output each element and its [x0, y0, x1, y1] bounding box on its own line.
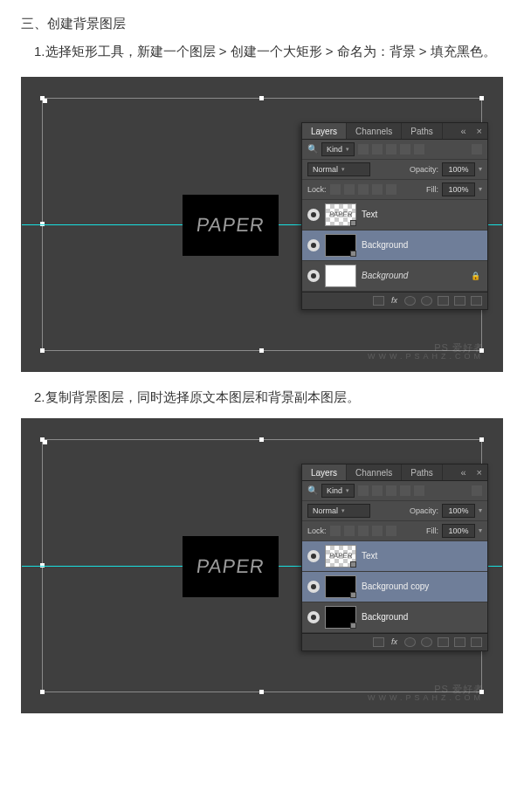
lock-position-icon[interactable]	[358, 184, 369, 195]
filter-adjust-icon[interactable]	[372, 485, 383, 496]
visibility-eye-icon[interactable]	[307, 581, 320, 593]
filter-toggle-icon[interactable]	[472, 485, 482, 496]
filter-type-icon[interactable]	[386, 485, 396, 496]
panel-footer: fx	[302, 292, 487, 309]
watermark: PS 爱好者 WWW.PSAHZ.COM	[368, 684, 484, 703]
group-icon[interactable]	[438, 296, 449, 306]
layer-name[interactable]: Text	[362, 551, 377, 561]
lock-artboard-icon[interactable]	[372, 184, 383, 195]
fill-value[interactable]: 100%	[442, 524, 475, 538]
tab-layers[interactable]: Layers	[302, 123, 347, 139]
search-icon[interactable]: 🔍	[307, 485, 318, 495]
layer-thumbnail	[325, 606, 356, 629]
filter-type-icon[interactable]	[386, 144, 396, 155]
layer-name[interactable]: Background	[362, 612, 408, 622]
panel-close-icon[interactable]: ×	[472, 467, 487, 478]
group-icon[interactable]	[438, 637, 449, 647]
blend-mode-select[interactable]: Normal▾	[307, 162, 370, 176]
link-layers-icon[interactable]	[373, 637, 384, 647]
filter-shape-icon[interactable]	[400, 485, 410, 496]
panel-close-icon[interactable]: ×	[472, 126, 487, 136]
layers-panel: Layers Channels Paths « × 🔍 Kind▾ Normal…	[301, 464, 488, 651]
opacity-value[interactable]: 100%	[442, 162, 475, 176]
opacity-value[interactable]: 100%	[442, 504, 475, 518]
panel-collapse-icon[interactable]: «	[455, 126, 471, 136]
tab-channels[interactable]: Channels	[347, 123, 402, 139]
watermark: PS 爱好者 WWW.PSAHZ.COM	[368, 342, 484, 361]
filter-toggle-icon[interactable]	[472, 144, 482, 155]
step-2-text: 2.复制背景图层，同时选择原文本图层和背景副本图层。	[21, 389, 503, 406]
layer-row[interactable]: Background 🔒	[302, 261, 487, 292]
filter-smart-icon[interactable]	[414, 144, 424, 155]
fx-icon[interactable]: fx	[390, 637, 399, 646]
layer-name[interactable]: Background	[362, 240, 408, 250]
trash-icon[interactable]	[471, 637, 482, 647]
screenshot-1: PAPER Layers Channels Paths « × 🔍 Kind▾	[21, 77, 503, 372]
lock-all-icon[interactable]	[386, 526, 396, 536]
filter-pixel-icon[interactable]	[358, 485, 369, 496]
lock-transparency-icon[interactable]	[330, 526, 341, 536]
lock-all-icon[interactable]	[386, 184, 396, 195]
filter-pixel-icon[interactable]	[358, 144, 369, 155]
layer-name[interactable]: Background copy	[362, 581, 429, 591]
visibility-eye-icon[interactable]	[307, 270, 320, 282]
panel-tabs: Layers Channels Paths « ×	[302, 123, 487, 140]
selection-box: PAPER Layers Channels Paths « × 🔍 Kind▾	[42, 98, 482, 351]
layer-row[interactable]: Background	[302, 602, 487, 633]
search-icon[interactable]: 🔍	[307, 144, 318, 154]
layer-thumbnail	[325, 234, 356, 257]
paper-text: PAPER	[195, 214, 266, 237]
paper-card: PAPER	[183, 195, 279, 256]
mask-icon[interactable]	[404, 296, 416, 306]
visibility-eye-icon[interactable]	[307, 239, 320, 251]
adjustment-icon[interactable]	[421, 637, 432, 647]
kind-select[interactable]: Kind▾	[321, 142, 355, 156]
visibility-eye-icon[interactable]	[307, 209, 320, 221]
lock-icon: 🔒	[471, 272, 480, 280]
selection-box: PAPER Layers Channels Paths « × 🔍 Kind▾	[42, 439, 482, 692]
tab-paths[interactable]: Paths	[402, 464, 443, 480]
visibility-eye-icon[interactable]	[307, 611, 320, 623]
tab-layers[interactable]: Layers	[302, 464, 347, 480]
trash-icon[interactable]	[471, 296, 482, 306]
kind-select[interactable]: Kind▾	[321, 484, 355, 498]
link-layers-icon[interactable]	[373, 296, 384, 306]
tab-channels[interactable]: Channels	[347, 464, 402, 480]
section-heading: 三、创建背景图层	[21, 16, 503, 32]
layer-thumbnail: PAPER	[325, 545, 356, 568]
lock-position-icon[interactable]	[358, 526, 369, 536]
layer-thumbnail: PAPER	[325, 203, 356, 226]
lock-pixels-icon[interactable]	[344, 184, 355, 195]
lock-artboard-icon[interactable]	[372, 526, 383, 536]
fill-value[interactable]: 100%	[442, 182, 475, 196]
mask-icon[interactable]	[404, 637, 416, 647]
filter-adjust-icon[interactable]	[372, 144, 383, 155]
layer-name[interactable]: Text	[362, 210, 377, 219]
lock-pixels-icon[interactable]	[344, 526, 355, 536]
tab-paths[interactable]: Paths	[402, 123, 443, 139]
lock-transparency-icon[interactable]	[330, 184, 341, 195]
lock-label: Lock:	[307, 185, 327, 194]
layer-row[interactable]: Background	[302, 231, 487, 261]
fx-icon[interactable]: fx	[390, 296, 399, 305]
layers-panel: Layers Channels Paths « × 🔍 Kind▾ Normal…	[301, 122, 488, 310]
layer-row[interactable]: PAPER Text	[302, 200, 487, 231]
layer-row[interactable]: Background copy	[302, 572, 487, 602]
panel-footer: fx	[302, 633, 487, 650]
layer-name[interactable]: Background	[362, 271, 408, 280]
filter-smart-icon[interactable]	[414, 485, 424, 496]
screenshot-2: PAPER Layers Channels Paths « × 🔍 Kind▾	[21, 418, 503, 713]
visibility-eye-icon[interactable]	[307, 550, 320, 562]
new-layer-icon[interactable]	[454, 296, 465, 306]
layer-row[interactable]: PAPER Text	[302, 541, 487, 572]
layers-list: PAPER Text Background Background 🔒	[302, 200, 487, 292]
fill-label: Fill:	[426, 526, 438, 535]
layer-thumbnail	[325, 575, 356, 598]
blend-mode-select[interactable]: Normal▾	[307, 504, 370, 518]
panel-collapse-icon[interactable]: «	[455, 467, 471, 478]
filter-shape-icon[interactable]	[400, 144, 410, 155]
layer-thumbnail	[325, 265, 356, 287]
opacity-label: Opacity:	[410, 165, 438, 174]
new-layer-icon[interactable]	[454, 637, 465, 647]
adjustment-icon[interactable]	[421, 296, 432, 306]
